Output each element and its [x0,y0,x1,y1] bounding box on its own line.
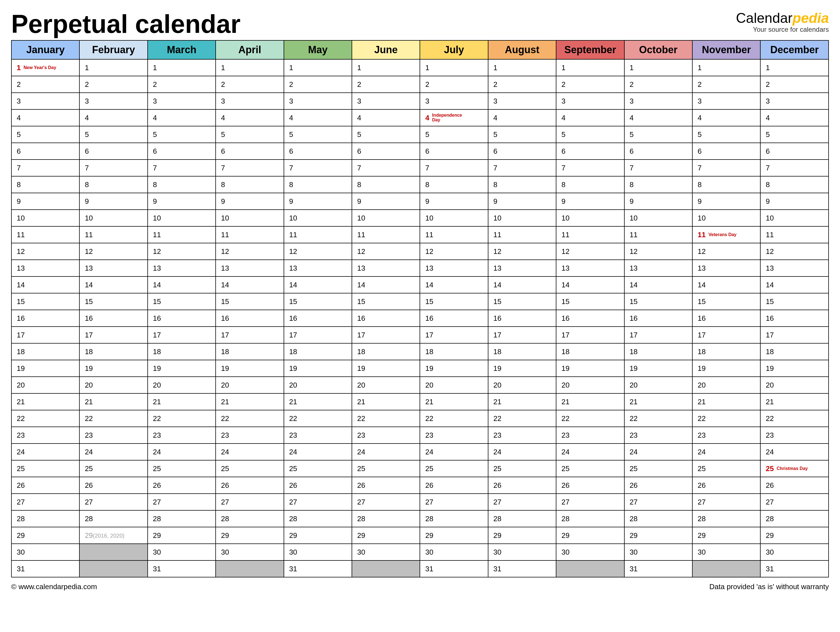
day-number: 6 [766,147,769,156]
day-cell: 21 [216,393,284,410]
day-number: 23 [425,431,433,440]
day-cell: 26 [420,477,488,493]
day-cell: 19 [760,360,829,377]
day-number: 24 [561,448,570,456]
day-cell: 28 [148,510,216,527]
day-number: 19 [357,364,365,373]
day-cell: 9 [216,193,284,210]
day-number: 3 [425,97,429,106]
day-number: 8 [85,180,88,189]
day-number: 6 [221,147,225,156]
day-cell: 1 [284,59,352,76]
day-number: 5 [221,130,225,139]
day-cell: 13 [420,260,488,276]
day-cell: 4 [284,109,352,126]
day-cell: 1 [488,59,556,76]
day-number: 24 [766,448,774,456]
day-cell: 31 [760,560,829,577]
day-cell: 5 [352,126,420,143]
day-cell: 26 [760,477,829,493]
day-number: 15 [357,297,365,306]
day-cell [79,544,147,560]
day-cell: 11 [11,226,79,243]
day-row: 333333333333 [11,93,829,109]
day-cell: 22 [352,410,420,427]
day-cell: 29 [556,527,624,544]
day-number: 31 [766,564,774,573]
day-number: 4 [85,113,88,122]
day-number: 9 [221,197,225,206]
day-cell: 25 [420,460,488,477]
day-number: 2 [630,80,633,89]
day-cell: 30 [624,544,692,560]
day-cell: 27 [556,493,624,510]
day-number: 17 [289,331,297,339]
day-number: 3 [766,97,769,106]
day-number: 20 [698,381,706,389]
page-title: Perpetual calendar [11,11,240,37]
day-cell: 30 [692,544,760,560]
day-cell: 16 [11,310,79,326]
day-number: 25 [17,464,25,473]
day-cell: 12 [420,243,488,260]
day-cell: 18 [692,343,760,360]
day-cell: 31 [420,560,488,577]
day-row: 161616161616161616161616 [11,310,829,326]
month-header-september: September [556,40,624,59]
day-cell: 30 [148,544,216,560]
day-cell: 17 [79,326,147,343]
day-number: 7 [698,164,701,172]
day-cell: 12 [760,243,829,260]
day-number: 31 [493,564,502,573]
day-cell: 10 [216,210,284,226]
day-cell: 17 [420,326,488,343]
day-cell: 31 [488,560,556,577]
day-number: 21 [630,397,638,406]
day-number: 6 [630,147,633,156]
day-number: 21 [766,397,774,406]
calendar-table: JanuaryFebruaryMarchAprilMayJuneJulyAugu… [11,40,829,577]
day-cell: 27 [420,493,488,510]
day-cell: 29 [284,527,352,544]
day-number: 1 [85,63,88,72]
day-cell: 14 [556,276,624,293]
day-cell: 29 [11,527,79,544]
day-number: 18 [357,347,365,356]
day-number: 22 [493,414,502,423]
day-cell: 26 [284,477,352,493]
day-cell: 17 [216,326,284,343]
day-cell: 3 [284,93,352,109]
day-cell: 7 [284,159,352,176]
day-number: 5 [766,130,769,139]
day-number: 3 [221,97,225,106]
day-cell: 1 [148,59,216,76]
day-number: 17 [85,331,93,339]
day-number: 10 [17,214,25,222]
day-cell: 28 [11,510,79,527]
day-number: 25 [766,464,774,473]
day-cell: 18 [79,343,147,360]
day-cell: 18 [556,343,624,360]
day-row: 222222222222222222222222 [11,410,829,427]
day-number: 30 [630,548,638,556]
day-cell: 14 [284,276,352,293]
day-number: 23 [153,431,161,440]
day-cell: 20 [760,377,829,393]
day-number: 25 [493,464,502,473]
day-number: 11 [153,230,161,239]
day-number: 5 [425,130,429,139]
day-number: 24 [289,448,297,456]
day-cell: 3 [488,93,556,109]
day-cell: 8 [760,176,829,193]
day-number: 29 [698,531,706,540]
day-cell: 15 [284,293,352,310]
day-cell: 26 [624,477,692,493]
day-number: 29 [153,531,161,540]
day-cell [352,560,420,577]
day-number: 17 [17,331,25,339]
day-cell: 7 [556,159,624,176]
day-cell: 22 [148,410,216,427]
day-number: 13 [561,264,570,273]
day-number: 12 [561,247,570,256]
day-cell: 7 [624,159,692,176]
